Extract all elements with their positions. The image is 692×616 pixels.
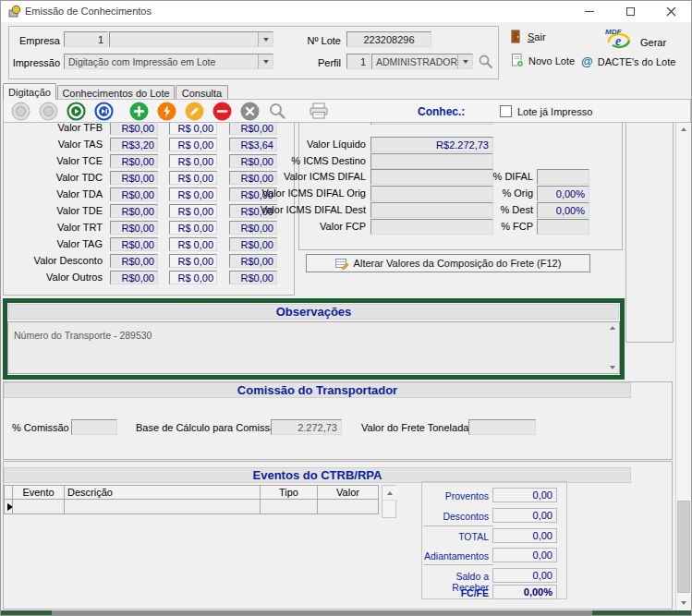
pct-icms-destino-field[interactable] — [370, 153, 493, 169]
grid-cell-evento[interactable] — [12, 499, 65, 514]
freight-value-field-col3[interactable]: R$0,00 — [229, 237, 277, 251]
maximize-button[interactable] — [610, 1, 650, 22]
novo-lote-button[interactable]: Novo Lote — [511, 54, 575, 67]
cancel-button[interactable] — [240, 102, 260, 121]
record-toolbar: Conhec.: Lote já Impresso — [3, 99, 691, 123]
sair-button[interactable]: Sair — [511, 30, 546, 43]
freight-value-field-col2[interactable]: R$ 0,00 — [169, 254, 217, 268]
freight-value-field-col2[interactable]: R$ 0,00 — [169, 171, 217, 185]
tab-consulta[interactable]: Consulta — [176, 85, 228, 100]
pct-comissao-field[interactable] — [71, 419, 117, 435]
scroll-up-icon[interactable] — [610, 326, 615, 330]
freight-value-field-col1[interactable]: R$0,00 — [110, 187, 158, 201]
freight-value-field-col3[interactable]: R$0,00 — [229, 122, 277, 135]
close-button[interactable] — [650, 1, 691, 22]
impressao-combo[interactable]: Digitação com Impressão em Lote — [64, 54, 273, 69]
first-record-button[interactable] — [11, 102, 30, 121]
descontos-label: Descontos — [417, 511, 489, 522]
grid-scrollbar[interactable] — [382, 485, 396, 518]
grid-col-descricao[interactable]: Descrição — [64, 485, 261, 500]
minimize-button[interactable] — [569, 1, 610, 22]
pct-fcp-field[interactable] — [537, 219, 589, 235]
proventos-field: 0,00 — [492, 488, 557, 502]
freight-value-field-col3[interactable]: R$0,00 — [229, 271, 277, 284]
lote-ja-impresso-checkbox[interactable] — [500, 105, 512, 117]
main-scroll-down-button[interactable] — [676, 596, 691, 610]
freight-value-field-col1[interactable]: R$0,00 — [110, 154, 158, 168]
tab-digitacao[interactable]: Digitação — [3, 83, 56, 100]
freight-value-field-col2[interactable]: R$ 0,00 — [169, 221, 217, 235]
pct-orig-field[interactable]: 0,00% — [537, 186, 589, 201]
freight-value-label: Valor TFB — [1, 122, 107, 133]
freight-value-field-col1[interactable]: R$0,00 — [110, 122, 158, 135]
freight-value-field-col2[interactable]: R$ 0,00 — [169, 271, 217, 284]
empresa-combo-arrow — [258, 32, 273, 46]
pct-dest-field[interactable]: 0,00% — [537, 202, 589, 218]
freight-value-field-col2[interactable]: R$ 0,00 — [169, 187, 217, 201]
freight-value-field-col1[interactable]: R$0,00 — [110, 221, 158, 235]
empresa-code-field[interactable]: 1 — [64, 31, 108, 47]
perfil-combo[interactable]: ADMINISTRADOR — [371, 54, 473, 69]
base-calculo-field[interactable]: 2.272,73 — [271, 419, 342, 435]
dacte-button[interactable]: @ DACTE's do Lote — [581, 54, 675, 68]
freight-value-field-col1[interactable]: R$0,00 — [110, 254, 158, 268]
grid-cell-valor[interactable] — [317, 499, 379, 514]
pct-difal-field[interactable] — [537, 169, 589, 185]
print-button[interactable] — [309, 102, 329, 120]
tab-conhecimentos-do-lote[interactable]: Conhecimentos do Lote — [57, 85, 175, 100]
freight-value-label: Valor TCE — [1, 155, 107, 166]
freight-value-field-col2[interactable]: R$ 0,00 — [169, 204, 217, 218]
empresa-combo[interactable] — [109, 31, 273, 47]
freight-value-field-col1[interactable]: R$0,00 — [110, 171, 158, 185]
eventos-panel — [3, 461, 673, 610]
add-record-button[interactable] — [129, 102, 149, 121]
grid-col-valor[interactable]: Valor — [317, 485, 379, 500]
grid-col-tipo[interactable]: Tipo — [260, 485, 318, 500]
next-record-button[interactable] — [67, 102, 86, 121]
freight-value-row: Valor TFB R$0,00 R$ 0,00 R$0,00 — [1, 122, 297, 136]
freight-value-field-col1[interactable]: R$0,00 — [110, 271, 158, 284]
grid-scroll-up-button[interactable] — [382, 486, 397, 501]
gerar-label[interactable]: Gerar — [640, 37, 666, 48]
freight-value-field-col1[interactable]: R$0,00 — [110, 237, 158, 251]
valor-icms-difal-orig-label: Valor ICMS DIFAL Orig — [227, 187, 366, 199]
frete-tonelada-field[interactable] — [468, 419, 536, 435]
fcfe-field: 0,00% — [492, 585, 557, 599]
freight-value-field-col2[interactable]: R$ 0,00 — [169, 122, 217, 135]
observacoes-textarea[interactable]: Número do Transporte - 289530 — [7, 321, 620, 374]
delete-record-button[interactable] — [212, 102, 232, 121]
scroll-down-icon[interactable] — [610, 366, 615, 369]
grid-col-evento[interactable]: Evento — [12, 485, 65, 500]
search-button[interactable] — [268, 102, 286, 120]
grid-cell-tipo[interactable] — [260, 499, 318, 514]
last-record-button[interactable] — [94, 102, 114, 121]
perfil-combo-arrow — [457, 54, 472, 68]
pct-orig-label: % Orig — [463, 187, 533, 199]
main-scroll-up-button[interactable] — [676, 122, 691, 137]
alterar-valores-button[interactable]: Alterar Valores da Composição do Frete (… — [306, 254, 590, 272]
main-scrollbar[interactable] — [675, 122, 691, 610]
freight-value-field-col2[interactable]: R$ 0,00 — [169, 237, 217, 251]
proventos-label: Proventos — [417, 490, 489, 501]
scroll-up-icon — [387, 491, 393, 495]
freight-value-field-col2[interactable]: R$ 0,00 — [169, 154, 217, 168]
perfil-code-field[interactable]: 1 — [346, 54, 370, 69]
adiantamentos-label: Adiantamentos — [417, 550, 489, 562]
freight-value-field-col1[interactable]: R$0,00 — [110, 204, 158, 218]
main-scroll-thumb[interactable] — [677, 501, 690, 593]
mdfe-logo-icon[interactable]: MDF e — [601, 26, 637, 51]
valor-liquido-field[interactable]: R$2.272,73 — [370, 137, 493, 152]
previous-record-button[interactable] — [39, 102, 58, 121]
lote-field[interactable]: 223208296 — [346, 31, 431, 47]
app-icon — [7, 5, 21, 18]
grid-cell-descricao[interactable] — [64, 499, 261, 514]
edit-record-button[interactable] — [185, 102, 204, 121]
freight-value-field-col2[interactable]: R$ 0,00 — [169, 138, 217, 151]
pct-difal-label: % DIFAL — [463, 171, 533, 182]
quick-post-button[interactable] — [157, 102, 176, 121]
pct-dest-label: % Dest — [463, 204, 533, 215]
freight-value-field-col1[interactable]: R$3,20 — [110, 138, 158, 151]
impressao-combo-arrow — [258, 54, 273, 68]
perfil-search-icon[interactable] — [478, 54, 493, 69]
freight-value-field-col3[interactable]: R$0,00 — [229, 254, 277, 268]
